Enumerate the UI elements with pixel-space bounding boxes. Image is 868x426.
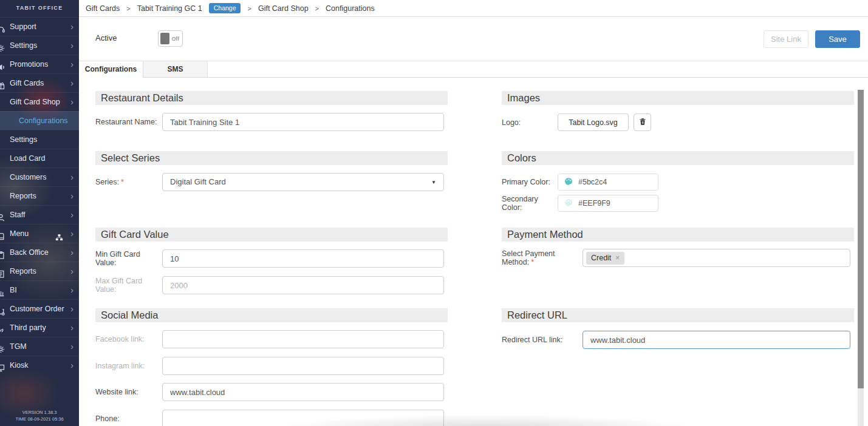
breadcrumb-site[interactable]: Tabit Training GC 1 — [137, 4, 202, 13]
book-icon — [0, 229, 5, 238]
primary-color-label: Primary Color: — [502, 178, 558, 186]
sidebar-item-label: Promotions — [10, 60, 48, 69]
sidebar-item-settings-sub[interactable]: Settings — [0, 130, 79, 149]
chevron-right-icon: › — [70, 225, 73, 243]
payment-method-input[interactable]: Credit × — [583, 249, 850, 267]
delete-logo-button[interactable] — [634, 113, 651, 131]
active-toggle[interactable]: Off — [158, 30, 183, 47]
redirect-url-row: Redirect URL link: — [502, 331, 854, 349]
person-icon — [0, 211, 5, 220]
chevron-right-icon: › — [70, 262, 73, 280]
chevron-right-icon: › — [70, 300, 73, 318]
restaurant-name-label: Restaurant Name: — [95, 118, 162, 126]
phone-input[interactable] — [162, 410, 444, 426]
section-social-media: Social Media — [95, 308, 448, 322]
sidebar-item-label: Settings — [10, 135, 37, 144]
sidebar-item-label: Configurations — [19, 117, 68, 125]
payment-chip-label: Credit — [591, 254, 611, 262]
main-area: Gift Cards > Tabit Training GC 1 Change … — [79, 0, 868, 426]
sidebar-item-label: Customer Order — [10, 305, 64, 313]
right-column: Images Logo: Tabit Logo.svg Colors Prima… — [502, 78, 854, 426]
instagram-input[interactable] — [162, 357, 444, 375]
tab-sms[interactable]: SMS — [143, 61, 208, 77]
headset-icon — [0, 22, 5, 32]
facebook-input[interactable] — [162, 330, 444, 348]
chevron-right-icon: › — [70, 36, 73, 55]
sidebar-item-label: Gift Cards — [10, 79, 44, 87]
sidebar-item-staff[interactable]: Staff › — [0, 205, 79, 224]
vertical-scrollbar-track[interactable] — [858, 90, 864, 426]
max-value-row: Max Gift Card Value: — [95, 276, 448, 294]
series-label: Series:* — [95, 178, 162, 186]
chevron-separator-icon: > — [126, 5, 130, 12]
sidebar-item-configurations[interactable]: Configurations — [0, 111, 79, 130]
secondary-color-value: #EEF9F9 — [578, 199, 610, 208]
required-asterisk: * — [121, 178, 124, 186]
sidebar-item-kiosk[interactable]: Kiosk › — [0, 356, 79, 374]
primary-color-input[interactable]: #5bc2c4 — [558, 174, 658, 191]
sidebar-item-back-office[interactable]: Back Office › — [0, 243, 79, 262]
primary-color-value: #5bc2c4 — [578, 178, 607, 186]
sidebar-item-tgm[interactable]: TGM › — [0, 337, 79, 356]
sidebar-item-label: Support — [10, 22, 36, 31]
website-input[interactable] — [162, 383, 444, 401]
required-asterisk: * — [531, 258, 534, 266]
delivery-icon — [0, 305, 5, 314]
logo-file-button[interactable]: Tabit Logo.svg — [558, 113, 629, 131]
redirect-url-input[interactable] — [583, 331, 850, 349]
restaurant-name-input[interactable] — [162, 113, 444, 131]
phone-label: Phone: — [95, 414, 162, 423]
sidebar-item-customers[interactable]: Customers › — [0, 167, 79, 186]
sidebar-item-label: Settings — [10, 41, 37, 50]
redirect-url-label: Redirect URL link: — [502, 336, 583, 344]
section-payment-method: Payment Method — [502, 228, 854, 242]
secondary-color-input[interactable]: #EEF9F9 — [558, 195, 658, 212]
sidebar-item-label: Customers — [10, 173, 46, 181]
chevron-right-icon: › — [70, 337, 73, 356]
facebook-row: Facebook link: — [95, 330, 448, 348]
sidebar-item-load-card[interactable]: Load Card — [0, 149, 79, 167]
sidebar-item-label: Menu — [10, 229, 29, 238]
tab-strip: Configurations SMS — [79, 61, 868, 78]
min-value-row: Min Gift Card Value: — [95, 249, 448, 268]
series-row: Series:* Digital Gift Card ▼ — [95, 173, 448, 191]
max-value-input[interactable] — [162, 276, 444, 294]
tab-configurations[interactable]: Configurations — [79, 61, 143, 78]
payment-chip: Credit × — [586, 252, 624, 265]
sidebar-item-menu[interactable]: Menu › — [0, 224, 79, 243]
section-images: Images — [502, 91, 854, 105]
sidebar-item-label: Load Card — [10, 154, 45, 163]
sidebar-item-label: Kiosk — [10, 361, 29, 370]
breadcrumb-gift-cards[interactable]: Gift Cards — [86, 4, 120, 13]
sidebar-item-support[interactable]: Support › — [0, 17, 79, 36]
section-select-series: Select Series — [95, 151, 448, 165]
time-text: TIME 08-09-2021 05:36 — [0, 416, 79, 423]
vertical-scrollbar-thumb[interactable] — [858, 90, 864, 388]
sidebar-item-bi[interactable]: BI › — [0, 280, 79, 299]
sidebar-item-reports-2[interactable]: Reports › — [0, 262, 79, 280]
remove-chip-icon[interactable]: × — [615, 254, 620, 262]
sidebar-item-settings[interactable]: Settings › — [0, 36, 79, 55]
change-badge[interactable]: Change — [209, 3, 241, 13]
save-button[interactable]: Save — [815, 30, 860, 48]
primary-color-row: Primary Color: #5bc2c4 — [502, 174, 854, 191]
trash-icon — [638, 117, 647, 128]
sidebar-item-third-party[interactable]: Third party › — [0, 318, 79, 337]
site-link-button[interactable]: Site Link — [764, 30, 808, 48]
facebook-label: Facebook link: — [95, 335, 162, 343]
sidebar-item-promotions[interactable]: Promotions › — [0, 55, 79, 73]
payment-method-label: Select Payment Method:* — [502, 249, 583, 266]
series-select[interactable]: Digital Gift Card ▼ — [162, 173, 444, 191]
instagram-label: Instagram link: — [95, 362, 162, 370]
min-value-input[interactable] — [162, 249, 444, 268]
chevron-right-icon: › — [70, 319, 73, 337]
secondary-color-row: Secondary Color: #EEF9F9 — [502, 195, 854, 212]
sidebar-item-gift-card-shop[interactable]: Gift Card Shop › — [0, 92, 79, 111]
sidebar-item-gift-cards[interactable]: Gift Cards › — [0, 73, 79, 92]
breadcrumb-configurations[interactable]: Configurations — [326, 4, 375, 13]
sidebar-nav: Support › Settings › Promotions › Gift C… — [0, 17, 79, 374]
sidebar-item-reports[interactable]: Reports › — [0, 186, 79, 205]
sidebar-item-customer-order[interactable]: Customer Order › — [0, 299, 79, 318]
chevron-right-icon: › — [70, 168, 73, 186]
breadcrumb-gift-card-shop[interactable]: Gift Card Shop — [258, 4, 309, 13]
